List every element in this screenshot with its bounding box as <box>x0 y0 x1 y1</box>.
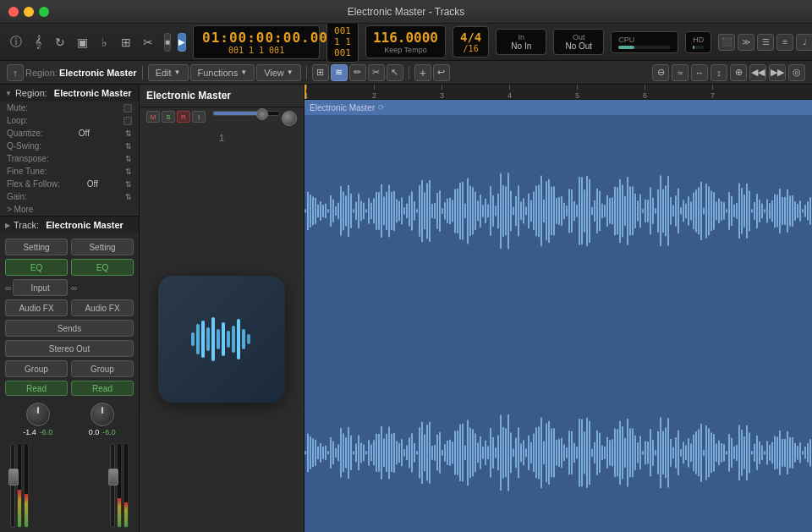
fader-track-2[interactable] <box>110 443 115 528</box>
group-row: Group Group <box>5 360 134 377</box>
pencil-icon[interactable]: ✏ <box>349 64 366 81</box>
qswing-row: Q-Swing: ⇅ <box>0 140 139 152</box>
setting-btn-2[interactable]: Setting <box>71 239 134 255</box>
back-arrow-icon[interactable]: ↑ <box>7 64 24 81</box>
meter-track-4 <box>123 443 129 528</box>
channel-vol-knob[interactable] <box>282 111 297 126</box>
flex-value: Off <box>87 179 98 189</box>
setting-btn-1[interactable]: Setting <box>5 239 68 255</box>
track-header[interactable]: ▶ Track: Electronic Master <box>0 217 139 233</box>
position-beats: 001 1 1 001 <box>334 25 351 58</box>
traffic-lights <box>8 7 49 17</box>
scissors-tool-icon[interactable]: ✂ <box>368 64 385 81</box>
qswing-stepper[interactable]: ⇅ <box>125 142 132 151</box>
play-button[interactable]: ▶ <box>178 33 186 52</box>
grid-view-icon[interactable]: ⊞ <box>312 64 329 81</box>
region-header-bar: Electronic Master ⟳ <box>304 100 812 115</box>
fader-thumb-2[interactable] <box>108 469 118 485</box>
stereo-out-btn[interactable]: Stereo Out <box>5 340 134 357</box>
transport-bar: ⓘ 𝄞 ↻ ▣ ♭ ⊞ ✂ ■ ▶ 01:00:00:00.00 001 1 1… <box>0 24 812 61</box>
list-icon[interactable]: ☰ <box>757 34 774 51</box>
hd-display: HD <box>685 31 711 53</box>
zoom-in-icon[interactable]: ⊕ <box>730 64 747 81</box>
separator1 <box>142 66 143 80</box>
monitor-icon[interactable]: ▣ <box>73 33 91 52</box>
cycle-icon[interactable]: ↻ <box>51 33 69 52</box>
expand-icon[interactable]: ≫ <box>738 34 754 51</box>
region-name-label: Electronic Master <box>310 103 375 112</box>
time-signature-display[interactable]: 4/4 /16 <box>453 26 489 58</box>
close-button[interactable] <box>8 7 19 17</box>
output-display: Out No Out <box>553 29 604 55</box>
transpose-stepper[interactable]: ⇅ <box>125 155 132 163</box>
volume-knob-1[interactable] <box>26 403 50 426</box>
audio-fx-btn-1[interactable]: Audio FX <box>5 299 68 316</box>
tune-icon[interactable]: ♭ <box>95 33 113 52</box>
pointer-icon[interactable]: ↖ <box>387 64 403 81</box>
zoom-h-icon[interactable]: ↔ <box>691 64 708 81</box>
next-icon[interactable]: ▶▶ <box>769 64 786 81</box>
edit-menu[interactable]: Edit ▼ <box>148 64 189 81</box>
flex-stepper[interactable]: ⇅ <box>125 180 132 189</box>
channel-fader-thumb[interactable] <box>256 108 268 120</box>
stop-button[interactable]: ■ <box>164 33 171 52</box>
more-button[interactable]: > More <box>0 203 139 216</box>
channel-record-btn[interactable]: R <box>177 111 190 123</box>
hd-bar-fill <box>693 46 694 49</box>
channel-input-btn[interactable]: I <box>192 111 206 123</box>
inspector-panel: ▼ Region: Electronic Master Mute: Loop: … <box>0 85 140 532</box>
sends-btn[interactable]: Sends <box>5 320 134 337</box>
channel-fader-fill <box>213 112 260 115</box>
region-header[interactable]: ▼ Region: Electronic Master <box>0 85 139 101</box>
metronome-icon[interactable]: 𝄞 <box>29 33 47 52</box>
zoom-v-icon[interactable]: ↕ <box>710 64 727 81</box>
add-button[interactable]: + <box>414 64 431 81</box>
eq-btn-1[interactable]: EQ <box>5 259 68 276</box>
edit-chevron: ▼ <box>174 69 181 76</box>
eq-btn-2[interactable]: EQ <box>71 259 134 276</box>
channel-mute-btn[interactable]: M <box>146 111 160 123</box>
read-btn-1[interactable]: Read <box>5 381 68 396</box>
group-btn-1[interactable]: Group <box>5 360 68 377</box>
tempo-display[interactable]: 116.0000 Keep Tempo <box>365 25 446 58</box>
scissors-icon[interactable]: ✂ <box>139 33 157 52</box>
input-btn-1[interactable]: Input <box>13 279 68 296</box>
waveform-view-icon[interactable]: ≋ <box>331 64 348 81</box>
prev-icon[interactable]: ◀◀ <box>749 64 766 81</box>
maximize-button[interactable] <box>39 7 49 17</box>
fader-thumb-1[interactable] <box>8 469 19 485</box>
knob-val-4: -6.0 <box>102 428 116 436</box>
fader-track-1[interactable] <box>10 443 15 528</box>
mute-checkbox[interactable] <box>123 104 132 112</box>
media-browser-icon[interactable]: ⬛ <box>718 34 735 51</box>
region-name: Electronic Master <box>59 68 137 78</box>
functions-menu[interactable]: Functions ▼ <box>190 64 255 81</box>
group-btn-2[interactable]: Group <box>71 360 134 377</box>
view-menu[interactable]: View ▼ <box>256 64 301 81</box>
gain-stepper[interactable]: ⇅ <box>125 193 132 201</box>
hd-bar <box>693 46 704 49</box>
volume-knob-2[interactable] <box>91 403 114 426</box>
channel-fader[interactable] <box>212 111 280 116</box>
region[interactable]: Electronic Master ⟳ <box>304 100 812 532</box>
audio-fx-btn-2[interactable]: Audio FX <box>71 299 134 316</box>
finetune-stepper[interactable]: ⇅ <box>125 167 132 176</box>
zoom-out-icon[interactable]: ⊖ <box>652 64 669 81</box>
mixer-icon[interactable]: ≡ <box>776 34 793 51</box>
options-icon[interactable]: ◎ <box>788 64 805 81</box>
loop-checkbox[interactable] <box>123 117 132 125</box>
knob-area: -1.4 -6.0 0.0 -6.0 <box>5 399 134 440</box>
info-icon[interactable]: ⓘ <box>7 33 25 52</box>
tempo-label: Keep Tempo <box>373 46 438 54</box>
library-icon[interactable]: ♩ <box>796 34 812 51</box>
window-title: Electronic Master - Tracks <box>348 6 465 18</box>
minimize-button[interactable] <box>24 7 34 17</box>
zoom-wave-icon[interactable]: ≈ <box>672 64 689 81</box>
waveform-icon <box>188 314 255 365</box>
grid-icon[interactable]: ⊞ <box>117 33 135 52</box>
channel-solo-btn[interactable]: S <box>162 111 175 123</box>
read-btn-2[interactable]: Read <box>71 381 134 396</box>
loop-icon[interactable]: ↩ <box>433 64 450 81</box>
svg-rect-1 <box>196 324 200 354</box>
quantize-stepper[interactable]: ⇅ <box>125 129 132 138</box>
